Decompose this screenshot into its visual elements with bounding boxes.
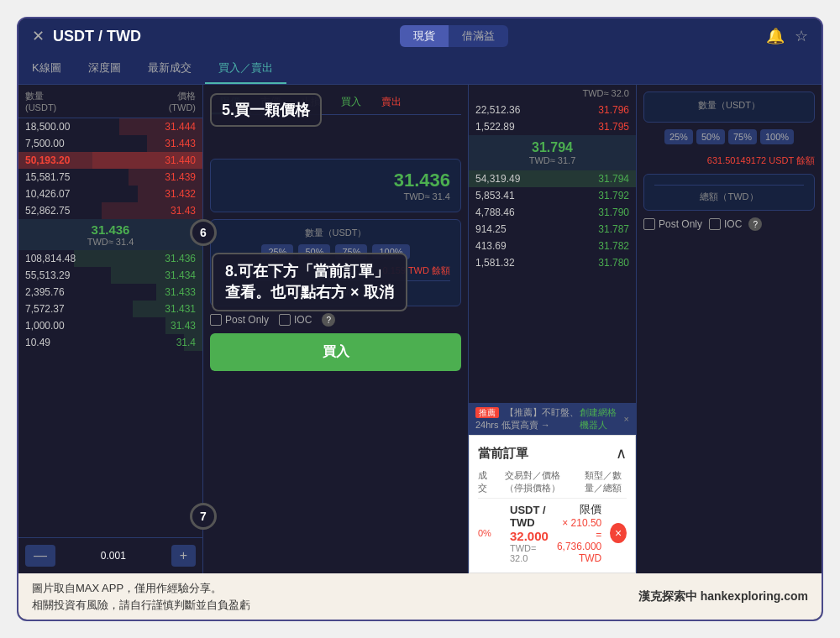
buy-button[interactable]: 買入 [210,333,461,371]
qty-plus-btn[interactable]: + [171,545,196,567]
order-total: = 6,736.000 TWD [557,529,601,564]
promo-link[interactable]: 創建網格機器人 [580,406,617,431]
right-total-group: 總額（TWD） [643,174,815,211]
col-price: 價格(TWD) [111,90,197,112]
right-pct-50[interactable]: 50% [696,129,725,144]
orders-title: 當前訂單 [478,446,528,462]
price-above-2: 1,522.89 31.795 [469,118,636,135]
bid-row-4: 7,572.37 31.431 [18,301,202,317]
right-pct-row: 25% 50% 75% 100% [643,129,815,144]
pct-75[interactable]: 75% [335,244,367,259]
qty-input-group: 數量（USDT） 25% 50% 75% 100% 0.159 TWD 餘額 總… [210,219,461,306]
price-below-5: 413.69 31.782 [469,238,636,254]
order-type-limit[interactable]: 限價 [210,92,250,114]
ask-row-5: 10,426.07 31.432 [18,186,202,202]
order-type-stop[interactable]: 止損 [291,92,331,114]
right-ioc-label[interactable]: IOC [709,218,742,230]
order-price: 32.000 [510,529,549,543]
center-panel: TWD≈ 32.0 22,512.36 31.796 1,522.89 31.7… [469,85,637,573]
pct-100[interactable]: 100% [372,244,409,259]
orders-collapse-icon[interactable]: ∧ [616,444,627,463]
col-pair-price: 交易對／價格（停損價格） [505,469,568,494]
post-only-checkbox[interactable] [210,314,222,326]
header: ✕ USDT / TWD 現貨 借滿益 🔔 ☆ [18,18,822,54]
main-content: 數量(USDT) 價格(TWD) 18,500.00 31.444 7,500.… [18,85,822,573]
tab-trades[interactable]: 最新成交 [134,54,205,84]
current-orders-panel: 當前訂單 ∧ 成交 交易對／價格（停損價格） 類型／數量／總額 0% USDT … [469,435,636,573]
ask-row-6: 52,862.75 31.43 [18,202,202,219]
right-pct-100[interactable]: 100% [760,129,794,144]
right-panel: 數量（USDT） 25% 50% 75% 100% 631.50149172 U… [637,85,822,573]
star-icon[interactable]: ☆ [795,27,808,45]
ask-row-4: 15,581.75 31.439 [18,169,202,186]
promo-close[interactable]: × [624,414,629,424]
ask-row-1: 18,500.00 31.444 [18,118,202,135]
order-type-market[interactable]: 市價 [250,92,291,114]
qty-minus-btn[interactable]: — [25,545,55,567]
ioc-label[interactable]: IOC [279,314,312,326]
right-total-label: 總額（TWD） [654,185,804,203]
bell-icon[interactable]: 🔔 [766,27,785,45]
header-icons: 🔔 ☆ [766,27,808,45]
promo-bar: 推薦 【推薦】不盯盤、24hrs 低買高賣 → 創建網格機器人 × [469,403,636,435]
banner-line2: 相關投資有風險，請自行謹慎判斷並自負盈虧 [32,597,250,614]
total-label: 總額（TWD） [221,280,450,299]
cancel-order-btn[interactable]: × [610,523,627,543]
order-type-tabs: 限價 市價 止損 買入 賣出 [210,92,461,115]
order-type-sell[interactable]: 賣出 [371,92,412,114]
tab-buysell[interactable]: 買入／賣出 [205,54,286,84]
right-options-row: Post Only IOC ? [643,217,815,231]
middle-panel-form: 5.買一顆價格 限價 市價 止損 買入 賣出 31.436 TWD≈ 31.4 [203,85,469,573]
tab-margin[interactable]: 借滿益 [449,25,508,47]
bid-row-3: 2,395.76 31.433 [18,284,202,301]
post-only-label[interactable]: Post Only [210,314,269,326]
right-post-only-text: Post Only [659,218,702,230]
help-icon[interactable]: ? [322,313,335,327]
price-sub: TWD≈ 31.4 [221,191,450,201]
bid-row-1: 108,814.48 31.436 [18,250,202,267]
right-qty-label: 數量（USDT） [654,99,804,112]
right-qty-group: 數量（USDT） [643,92,815,123]
order-pair: USDT / TWD [510,504,549,529]
header-title: USDT / TWD [53,28,141,45]
order-type: 限價 [557,502,601,517]
right-ioc-checkbox[interactable] [709,218,721,230]
right-post-only-checkbox[interactable] [643,218,655,230]
col-type-qty: 類型／數量／總額 [585,469,627,494]
pct-row: 25% 50% 75% 100% [221,244,450,259]
pct-25[interactable]: 25% [261,244,293,259]
bid-row-2: 55,513.29 31.434 [18,267,202,284]
mid-price: 31.436 TWD≈ 31.4 [18,219,202,250]
order-type-qty: 限價 × 210.50 = 6,736.000 TWD [557,502,601,564]
order-pct: 0% [478,528,501,538]
left-panel-orderbook: 數量(USDT) 價格(TWD) 18,500.00 31.444 7,500.… [18,85,203,573]
pct-50[interactable]: 50% [298,244,330,259]
order-price-sub: TWD= 32.0 [510,543,549,563]
tab-kchart[interactable]: K線圖 [18,54,75,84]
right-help-icon[interactable]: ? [748,217,762,231]
price-below-6: 1,581.32 31.780 [469,254,636,271]
price-above-1: 22,512.36 31.796 [469,102,636,118]
price-below-1: 54,319.49 31.794 [469,170,636,187]
order-type-buy[interactable]: 買入 [331,92,371,114]
right-balance: 631.50149172 USDT 餘額 [643,154,815,167]
balance-row: 0.159 TWD 餘額 [221,264,450,277]
qty-label: 數量（USDT） [221,227,450,239]
price-display: 31.436 TWD≈ 31.4 [210,159,461,212]
ioc-text: IOC [294,314,312,326]
price-below-2: 5,853.41 31.792 [469,187,636,204]
close-icon[interactable]: ✕ [32,27,45,45]
tab-depth[interactable]: 深度圖 [75,54,134,84]
ioc-checkbox[interactable] [279,314,291,326]
right-pct-25[interactable]: 25% [664,129,693,144]
ask-row-3: 50,193.20 31.440 [18,152,202,169]
center-mid-price: 31.794 TWD≈ 31.7 [469,135,636,170]
price-below-4: 914.25 31.787 [469,221,636,238]
bottom-banner: 圖片取自MAX APP，僅用作經驗分享。 相關投資有風險，請自行謹慎判斷並自負盈… [18,573,822,620]
tab-spot[interactable]: 現貨 [400,25,449,47]
current-orders-header: 當前訂單 ∧ [478,444,627,463]
right-pct-75[interactable]: 75% [728,129,757,144]
banner-right-text: 漢克探索中 hankexploring.com [638,589,808,604]
right-post-only-label[interactable]: Post Only [643,218,702,230]
promo-text: 推薦 【推薦】不盯盤、24hrs 低買高賣 → [475,406,580,431]
